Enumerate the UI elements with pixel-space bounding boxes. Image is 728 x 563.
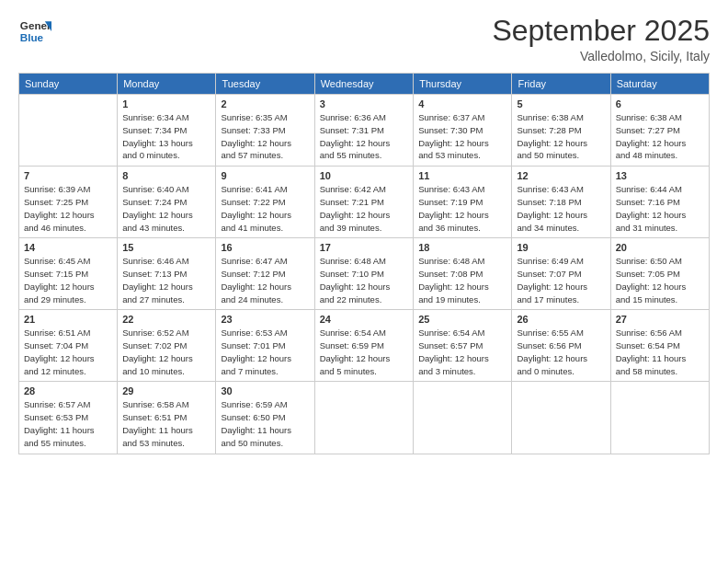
day-info: Sunset: 7:30 PM [418, 124, 506, 137]
day-cell: 27Sunrise: 6:56 AMSunset: 6:54 PMDayligh… [610, 310, 709, 382]
day-cell: 29Sunrise: 6:58 AMSunset: 6:51 PMDayligh… [118, 382, 216, 454]
day-cell: 16Sunrise: 6:47 AMSunset: 7:12 PMDayligh… [216, 238, 314, 310]
day-number: 26 [517, 314, 605, 325]
day-info: and 22 minutes. [320, 293, 408, 306]
logo: General Blue [18, 15, 51, 48]
day-cell [414, 382, 512, 454]
day-info: Sunrise: 6:36 AM [320, 111, 408, 124]
day-number: 3 [320, 98, 408, 109]
day-cell: 28Sunrise: 6:57 AMSunset: 6:53 PMDayligh… [19, 382, 118, 454]
day-cell: 25Sunrise: 6:54 AMSunset: 6:57 PMDayligh… [414, 310, 512, 382]
day-number: 17 [320, 242, 408, 253]
day-number: 11 [418, 170, 506, 181]
day-cell: 4Sunrise: 6:37 AMSunset: 7:30 PMDaylight… [414, 95, 512, 167]
day-info: Sunset: 7:15 PM [24, 268, 112, 281]
day-number: 30 [221, 385, 309, 396]
day-cell: 2Sunrise: 6:35 AMSunset: 7:33 PMDaylight… [216, 95, 314, 167]
day-info: Sunset: 7:18 PM [517, 196, 605, 209]
day-info: Sunset: 7:25 PM [24, 196, 112, 209]
day-cell [512, 382, 610, 454]
day-number: 15 [122, 242, 210, 253]
day-info: Sunrise: 6:43 AM [418, 183, 506, 196]
day-cell [610, 382, 709, 454]
day-cell: 6Sunrise: 6:38 AMSunset: 7:27 PMDaylight… [610, 95, 709, 167]
week-row-2: 7Sunrise: 6:39 AMSunset: 7:25 PMDaylight… [19, 167, 710, 238]
day-cell: 21Sunrise: 6:51 AMSunset: 7:04 PMDayligh… [19, 310, 118, 382]
day-info: Sunrise: 6:35 AM [221, 111, 309, 124]
day-cell: 20Sunrise: 6:50 AMSunset: 7:05 PMDayligh… [610, 238, 709, 310]
day-number: 16 [221, 242, 309, 253]
day-number: 12 [517, 170, 605, 181]
day-number: 1 [122, 98, 210, 109]
day-info: Sunrise: 6:56 AM [616, 327, 704, 339]
day-info: Sunset: 7:08 PM [418, 268, 506, 281]
day-info: Sunrise: 6:58 AM [122, 398, 210, 411]
day-info: Sunrise: 6:41 AM [221, 183, 309, 196]
col-tuesday: Tuesday [216, 74, 314, 95]
day-info: Daylight: 12 hours [418, 137, 506, 150]
day-cell [314, 382, 413, 454]
day-info: and 17 minutes. [517, 293, 605, 306]
title-block: September 2025 Valledolmo, Sicily, Italy [492, 15, 710, 63]
day-number: 21 [24, 314, 112, 325]
day-number: 5 [517, 98, 605, 109]
day-info: Sunset: 7:33 PM [221, 124, 309, 137]
day-cell [19, 95, 118, 167]
day-info: Sunrise: 6:54 AM [320, 327, 408, 339]
week-row-3: 14Sunrise: 6:45 AMSunset: 7:15 PMDayligh… [19, 238, 710, 310]
day-cell: 1Sunrise: 6:34 AMSunset: 7:34 PMDaylight… [118, 95, 216, 167]
day-info: Daylight: 12 hours [320, 281, 408, 293]
day-info: Sunrise: 6:38 AM [616, 111, 704, 124]
day-info: Daylight: 12 hours [221, 209, 309, 222]
day-cell: 22Sunrise: 6:52 AMSunset: 7:02 PMDayligh… [118, 310, 216, 382]
day-info: Sunrise: 6:42 AM [320, 183, 408, 196]
day-info: Sunrise: 6:57 AM [24, 398, 112, 411]
week-row-4: 21Sunrise: 6:51 AMSunset: 7:04 PMDayligh… [19, 310, 710, 382]
day-number: 6 [616, 98, 704, 109]
day-info: and 3 minutes. [418, 365, 506, 378]
day-info: Sunrise: 6:54 AM [418, 327, 506, 339]
day-info: Daylight: 12 hours [418, 352, 506, 365]
calendar-table: Sunday Monday Tuesday Wednesday Thursday… [18, 73, 710, 454]
day-cell: 17Sunrise: 6:48 AMSunset: 7:10 PMDayligh… [314, 238, 413, 310]
day-info: Daylight: 12 hours [616, 209, 704, 222]
day-number: 18 [418, 242, 506, 253]
day-cell: 14Sunrise: 6:45 AMSunset: 7:15 PMDayligh… [19, 238, 118, 310]
day-cell: 7Sunrise: 6:39 AMSunset: 7:25 PMDaylight… [19, 167, 118, 238]
day-info: and 48 minutes. [616, 149, 704, 162]
week-row-5: 28Sunrise: 6:57 AMSunset: 6:53 PMDayligh… [19, 382, 710, 454]
day-info: and 39 minutes. [320, 222, 408, 235]
day-info: Daylight: 12 hours [517, 352, 605, 365]
day-info: Sunset: 7:34 PM [122, 124, 210, 137]
day-info: Daylight: 12 hours [122, 281, 210, 293]
col-saturday: Saturday [610, 74, 709, 95]
day-info: Sunset: 7:02 PM [122, 339, 210, 352]
day-info: Sunset: 7:16 PM [616, 196, 704, 209]
day-cell: 12Sunrise: 6:43 AMSunset: 7:18 PMDayligh… [512, 167, 610, 238]
day-info: Sunrise: 6:43 AM [517, 183, 605, 196]
day-cell: 26Sunrise: 6:55 AMSunset: 6:56 PMDayligh… [512, 310, 610, 382]
day-info: Sunset: 6:59 PM [320, 339, 408, 352]
day-info: and 36 minutes. [418, 222, 506, 235]
day-info: and 58 minutes. [616, 365, 704, 378]
day-info: and 29 minutes. [24, 293, 112, 306]
day-info: Sunset: 7:27 PM [616, 124, 704, 137]
day-info: and 53 minutes. [418, 149, 506, 162]
day-info: Daylight: 12 hours [221, 352, 309, 365]
day-info: Sunrise: 6:46 AM [122, 255, 210, 268]
day-info: and 57 minutes. [221, 149, 309, 162]
col-monday: Monday [118, 74, 216, 95]
day-info: Sunrise: 6:47 AM [221, 255, 309, 268]
day-info: Sunset: 7:05 PM [616, 268, 704, 281]
col-friday: Friday [512, 74, 610, 95]
day-cell: 8Sunrise: 6:40 AMSunset: 7:24 PMDaylight… [118, 167, 216, 238]
day-number: 28 [24, 385, 112, 396]
day-info: Daylight: 12 hours [122, 209, 210, 222]
day-info: Sunset: 7:28 PM [517, 124, 605, 137]
day-number: 4 [418, 98, 506, 109]
day-info: and 0 minutes. [517, 365, 605, 378]
day-info: Sunset: 7:13 PM [122, 268, 210, 281]
day-info: Sunrise: 6:51 AM [24, 327, 112, 339]
calendar-header-row: Sunday Monday Tuesday Wednesday Thursday… [19, 74, 710, 95]
day-info: Sunrise: 6:48 AM [320, 255, 408, 268]
